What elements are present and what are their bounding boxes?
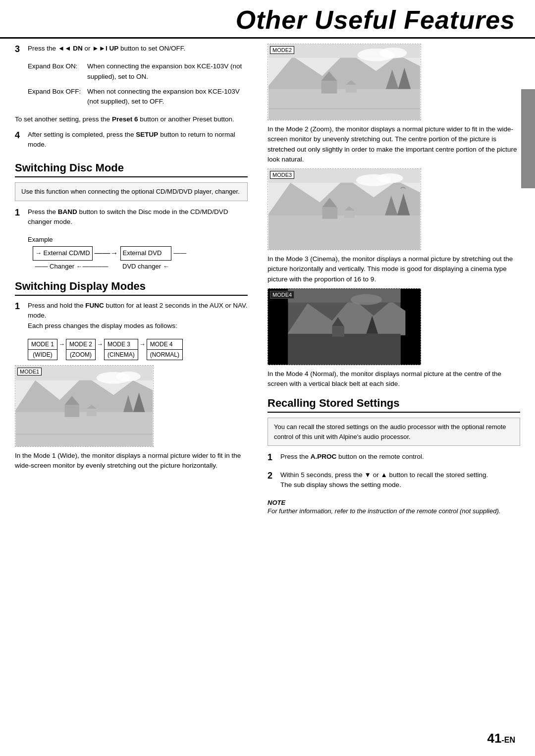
recalling-step1-number: 1 (268, 452, 276, 463)
svg-rect-21 (321, 81, 337, 94)
mode3-image: MODE3 (268, 168, 421, 250)
display-modes-step1-number: 1 (15, 301, 24, 312)
aproc-bold: A.PROC (311, 453, 337, 460)
flow-cell-ext-dvd: External DVD (120, 246, 171, 260)
recalling-step1: 1 Press the A.PROC button on the remote … (268, 452, 520, 466)
svg-point-45 (351, 294, 382, 305)
switching-disc-mode-heading: Switching Disc Mode (15, 162, 248, 177)
expand-off-text: When not connecting the expansion box KC… (87, 87, 248, 107)
disc-mode-step1-content: Press the BAND button to switch the Disc… (28, 207, 248, 227)
svg-rect-5 (16, 412, 153, 446)
svg-point-30 (376, 173, 403, 183)
empty-2 (96, 349, 105, 360)
normal-cell: (NORMAL) (147, 349, 182, 360)
svg-marker-1 (16, 376, 153, 415)
flow-row-2: —— Changer ←———— DVD changer ← (33, 260, 189, 272)
mode4-desc: In the Mode 4 (Normal), the monitor disp… (268, 369, 520, 389)
disc-mode-step1-number: 1 (15, 207, 24, 218)
display-modes-step1-content: Press and hold the FUNC button for at le… (28, 301, 248, 331)
cinema-cell: (CINEMA) (105, 349, 138, 360)
expand-box-descriptions: Expand Box ON: When connecting the expan… (28, 61, 248, 110)
note-section: NOTE For further information, refer to t… (268, 499, 520, 516)
expand-on-text: When connecting the expansion box KCE-10… (87, 61, 248, 82)
mode1-cell: MODE 1 (28, 339, 57, 349)
disc-mode-info-box: Use this function when connecting the op… (15, 182, 248, 201)
flow-cell-ext-cd: → External CD/MD (33, 246, 93, 260)
expand-on-row: Expand Box ON: When connecting the expan… (28, 61, 248, 86)
mode-flow-row2: (WIDE) (ZOOM) (CINEMA) (NORMAL) (28, 349, 183, 360)
example-label: Example (28, 235, 248, 245)
flow-arrow-2: —— (171, 246, 189, 260)
svg-point-17 (379, 48, 407, 58)
recalling-info-box: You can recall the stored settings on th… (268, 418, 520, 446)
page-number: 41-EN (487, 731, 515, 746)
mode4-image: MODE4 (268, 288, 421, 365)
up-button: ►►I UP (92, 45, 118, 52)
disc-mode-step1: 1 Press the BAND button to switch the Di… (15, 207, 248, 231)
preset6-bold: Preset 6 (112, 115, 138, 123)
svg-rect-39 (268, 289, 288, 365)
svg-rect-23 (346, 85, 357, 93)
mode3-cell: MODE 3 (105, 339, 138, 349)
step-3-content: Press the ◄◄ DN or ►►I UP button to set … (28, 44, 248, 54)
recalling-step2-content: Within 5 seconds, press the ▼ or ▲ butto… (280, 470, 520, 490)
empty-3 (138, 349, 147, 360)
svg-rect-10 (87, 409, 97, 416)
recalling-step1-content: Press the A.PROC button on the remote co… (280, 452, 520, 462)
step-4-content: After setting is completed, press the SE… (28, 130, 248, 150)
flow-cell-changer: —— Changer ←———— (33, 260, 121, 272)
display-modes-step1: 1 Press and hold the FUNC button for at … (15, 301, 248, 335)
svg-rect-47 (332, 326, 344, 337)
arrow-3-4: → (138, 339, 147, 349)
svg-rect-8 (64, 405, 79, 417)
mode3-desc: In the Mode 3 (Cinema), the monitor disp… (268, 254, 520, 284)
page-title-section: Other Useful Features (0, 0, 535, 39)
expand-off-label: Expand Box OFF: (28, 87, 87, 107)
mode1-label: MODE1 (17, 368, 42, 376)
mode4-cell: MODE 4 (147, 339, 182, 349)
dn-button: ◄◄ DN (58, 45, 83, 52)
svg-rect-36 (344, 211, 355, 218)
flow-arrow-1: ——→ (92, 246, 120, 260)
func-bold: FUNC (85, 302, 104, 309)
mode3-label: MODE3 (270, 171, 294, 179)
flow-empty (171, 260, 189, 272)
step-3-number: 3 (15, 44, 24, 55)
svg-rect-18 (268, 89, 420, 120)
note-title: NOTE (268, 499, 520, 506)
mode2-desc: In the Mode 2 (Zoom), the monitor displa… (268, 124, 520, 164)
side-tab (521, 89, 535, 188)
expand-on-label: Expand Box ON: (28, 61, 87, 82)
preset-note: To set another setting, press the Preset… (15, 114, 248, 124)
recalling-step2-number: 2 (268, 470, 276, 482)
step-4-number: 4 (15, 130, 24, 141)
svg-point-4 (116, 372, 140, 381)
mode-flow-row1: MODE 1 → MODE 2 → MODE 3 → MODE 4 (28, 339, 183, 349)
svg-rect-43 (288, 334, 400, 365)
recalling-stored-settings-heading: Recalling Stored Settings (268, 397, 520, 413)
example-block: Example → External CD/MD ——→ External DV… (28, 235, 248, 272)
wide-cell: (WIDE) (28, 349, 57, 360)
mode1-desc: In the Mode 1 (Wide), the monitor displa… (15, 451, 248, 471)
mode1-image: MODE1 (15, 365, 154, 447)
flow-cell-dvd-changer: DVD changer ← (120, 260, 171, 272)
setup-bold: SETUP (136, 131, 158, 138)
arrow-1-2: → (57, 339, 66, 349)
mode-flow-diagram: MODE 1 → MODE 2 → MODE 3 → MODE 4 (WIDE)… (28, 339, 248, 360)
svg-rect-44 (288, 289, 400, 303)
mode1-scene-svg (15, 366, 153, 446)
mode-flow-table: MODE 1 → MODE 2 → MODE 3 → MODE 4 (WIDE)… (28, 339, 183, 360)
page-container: Other Useful Features 3 Press the ◄◄ DN … (0, 0, 535, 756)
arrow-2-3: → (96, 339, 105, 349)
step-3: 3 Press the ◄◄ DN or ►►I UP button to se… (15, 44, 248, 57)
page-number-suffix: -EN (501, 736, 515, 744)
svg-rect-31 (268, 216, 420, 250)
content-columns: 3 Press the ◄◄ DN or ►►I UP button to se… (0, 44, 535, 516)
page-title: Other Useful Features (20, 5, 515, 35)
mode2-scene-svg (268, 44, 421, 120)
band-bold: BAND (58, 208, 77, 216)
left-column: 3 Press the ◄◄ DN or ►►I UP button to se… (15, 44, 258, 516)
svg-rect-34 (322, 207, 338, 219)
recalling-step2: 2 Within 5 seconds, press the ▼ or ▲ but… (268, 470, 520, 494)
expand-off-row: Expand Box OFF: When not connecting the … (28, 87, 248, 111)
